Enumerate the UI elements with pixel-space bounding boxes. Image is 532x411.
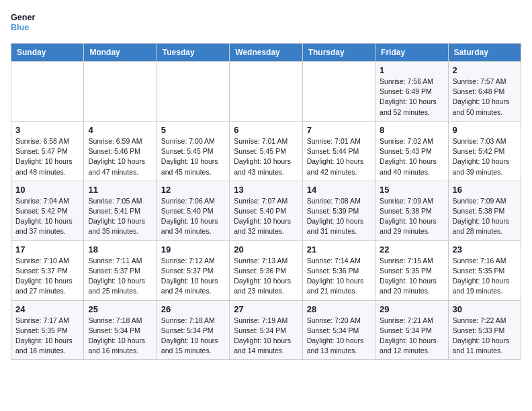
day-info: Sunrise: 7:01 AM Sunset: 5:44 PM Dayligh… bbox=[307, 136, 371, 177]
day-info: Sunrise: 7:57 AM Sunset: 6:48 PM Dayligh… bbox=[453, 77, 517, 118]
calendar-cell: 17Sunrise: 7:10 AM Sunset: 5:37 PM Dayli… bbox=[11, 240, 84, 300]
calendar-cell bbox=[157, 62, 229, 122]
day-info: Sunrise: 7:19 AM Sunset: 5:34 PM Dayligh… bbox=[234, 316, 298, 357]
calendar-cell: 15Sunrise: 7:09 AM Sunset: 5:38 PM Dayli… bbox=[375, 181, 448, 240]
day-info: Sunrise: 7:18 AM Sunset: 5:34 PM Dayligh… bbox=[88, 316, 152, 357]
day-number: 4 bbox=[88, 125, 152, 135]
calendar-cell: 18Sunrise: 7:11 AM Sunset: 5:37 PM Dayli… bbox=[84, 240, 157, 300]
day-info: Sunrise: 7:11 AM Sunset: 5:37 PM Dayligh… bbox=[88, 256, 152, 297]
day-number: 14 bbox=[307, 185, 371, 195]
calendar-cell: 12Sunrise: 7:06 AM Sunset: 5:40 PM Dayli… bbox=[157, 181, 229, 240]
calendar-cell: 28Sunrise: 7:20 AM Sunset: 5:34 PM Dayli… bbox=[302, 300, 375, 360]
day-info: Sunrise: 7:20 AM Sunset: 5:34 PM Dayligh… bbox=[307, 316, 371, 357]
calendar-week-row: 10Sunrise: 7:04 AM Sunset: 5:42 PM Dayli… bbox=[11, 181, 521, 240]
calendar-cell: 16Sunrise: 7:09 AM Sunset: 5:38 PM Dayli… bbox=[448, 181, 521, 240]
day-number: 29 bbox=[380, 304, 443, 314]
day-info: Sunrise: 7:17 AM Sunset: 5:35 PM Dayligh… bbox=[15, 316, 79, 357]
calendar-cell: 19Sunrise: 7:12 AM Sunset: 5:37 PM Dayli… bbox=[157, 240, 229, 300]
day-info: Sunrise: 7:56 AM Sunset: 6:49 PM Dayligh… bbox=[380, 77, 443, 118]
calendar-week-row: 17Sunrise: 7:10 AM Sunset: 5:37 PM Dayli… bbox=[11, 240, 521, 300]
calendar-cell: 23Sunrise: 7:16 AM Sunset: 5:35 PM Dayli… bbox=[448, 240, 521, 300]
day-number: 20 bbox=[234, 244, 298, 255]
weekday-header-sunday: Sunday bbox=[11, 44, 84, 62]
day-number: 12 bbox=[161, 185, 225, 195]
day-info: Sunrise: 7:14 AM Sunset: 5:36 PM Dayligh… bbox=[307, 256, 371, 297]
calendar-cell: 5Sunrise: 7:00 AM Sunset: 5:45 PM Daylig… bbox=[157, 121, 229, 181]
day-number: 15 bbox=[380, 185, 443, 195]
logo: GeneralBlue bbox=[11, 11, 35, 35]
day-info: Sunrise: 7:12 AM Sunset: 5:37 PM Dayligh… bbox=[161, 256, 225, 297]
calendar-cell: 9Sunrise: 7:03 AM Sunset: 5:42 PM Daylig… bbox=[448, 121, 521, 181]
day-info: Sunrise: 7:08 AM Sunset: 5:39 PM Dayligh… bbox=[307, 196, 371, 237]
day-number: 27 bbox=[234, 304, 298, 314]
day-info: Sunrise: 7:01 AM Sunset: 5:45 PM Dayligh… bbox=[234, 136, 298, 177]
day-info: Sunrise: 7:15 AM Sunset: 5:35 PM Dayligh… bbox=[380, 256, 443, 297]
calendar-cell: 14Sunrise: 7:08 AM Sunset: 5:39 PM Dayli… bbox=[302, 181, 375, 240]
calendar-cell bbox=[11, 62, 84, 122]
weekday-header-row: SundayMondayTuesdayWednesdayThursdayFrid… bbox=[11, 44, 521, 62]
day-info: Sunrise: 7:07 AM Sunset: 5:40 PM Dayligh… bbox=[234, 196, 298, 237]
day-number: 30 bbox=[453, 304, 517, 314]
day-number: 13 bbox=[234, 185, 298, 195]
weekday-header-thursday: Thursday bbox=[302, 44, 375, 62]
day-info: Sunrise: 7:16 AM Sunset: 5:35 PM Dayligh… bbox=[453, 256, 517, 297]
day-info: Sunrise: 7:13 AM Sunset: 5:36 PM Dayligh… bbox=[234, 256, 298, 297]
day-number: 17 bbox=[15, 244, 79, 255]
weekday-header-saturday: Saturday bbox=[448, 44, 521, 62]
day-info: Sunrise: 6:59 AM Sunset: 5:46 PM Dayligh… bbox=[88, 136, 152, 177]
svg-text:General: General bbox=[11, 13, 35, 22]
page-header: GeneralBlue bbox=[11, 11, 521, 35]
calendar-cell: 29Sunrise: 7:21 AM Sunset: 5:34 PM Dayli… bbox=[375, 300, 448, 360]
day-number: 8 bbox=[380, 125, 443, 135]
calendar-cell: 11Sunrise: 7:05 AM Sunset: 5:41 PM Dayli… bbox=[84, 181, 157, 240]
calendar-cell: 8Sunrise: 7:02 AM Sunset: 5:43 PM Daylig… bbox=[375, 121, 448, 181]
calendar-cell: 21Sunrise: 7:14 AM Sunset: 5:36 PM Dayli… bbox=[302, 240, 375, 300]
calendar-cell: 6Sunrise: 7:01 AM Sunset: 5:45 PM Daylig… bbox=[230, 121, 302, 181]
day-number: 10 bbox=[15, 185, 79, 195]
day-info: Sunrise: 7:02 AM Sunset: 5:43 PM Dayligh… bbox=[380, 136, 443, 177]
day-info: Sunrise: 7:10 AM Sunset: 5:37 PM Dayligh… bbox=[15, 256, 79, 297]
calendar-cell: 2Sunrise: 7:57 AM Sunset: 6:48 PM Daylig… bbox=[448, 62, 521, 122]
day-number: 18 bbox=[88, 244, 152, 255]
weekday-header-friday: Friday bbox=[375, 44, 448, 62]
day-number: 9 bbox=[453, 125, 517, 135]
calendar-cell bbox=[302, 62, 375, 122]
calendar-cell bbox=[230, 62, 302, 122]
calendar-cell: 25Sunrise: 7:18 AM Sunset: 5:34 PM Dayli… bbox=[84, 300, 157, 360]
calendar-week-row: 3Sunrise: 6:58 AM Sunset: 5:47 PM Daylig… bbox=[11, 121, 521, 181]
calendar-cell: 3Sunrise: 6:58 AM Sunset: 5:47 PM Daylig… bbox=[11, 121, 84, 181]
day-info: Sunrise: 7:03 AM Sunset: 5:42 PM Dayligh… bbox=[453, 136, 517, 177]
day-number: 22 bbox=[380, 244, 443, 255]
calendar-cell: 26Sunrise: 7:18 AM Sunset: 5:34 PM Dayli… bbox=[157, 300, 229, 360]
calendar-cell: 7Sunrise: 7:01 AM Sunset: 5:44 PM Daylig… bbox=[302, 121, 375, 181]
day-number: 25 bbox=[88, 304, 152, 314]
day-number: 6 bbox=[234, 125, 298, 135]
day-info: Sunrise: 7:09 AM Sunset: 5:38 PM Dayligh… bbox=[380, 196, 443, 237]
svg-text:Blue: Blue bbox=[11, 23, 29, 32]
day-info: Sunrise: 7:06 AM Sunset: 5:40 PM Dayligh… bbox=[161, 196, 225, 237]
day-info: Sunrise: 7:00 AM Sunset: 5:45 PM Dayligh… bbox=[161, 136, 225, 177]
logo-icon: GeneralBlue bbox=[11, 11, 35, 35]
calendar-cell: 22Sunrise: 7:15 AM Sunset: 5:35 PM Dayli… bbox=[375, 240, 448, 300]
weekday-header-tuesday: Tuesday bbox=[157, 44, 229, 62]
calendar-cell: 20Sunrise: 7:13 AM Sunset: 5:36 PM Dayli… bbox=[230, 240, 302, 300]
day-number: 19 bbox=[161, 244, 225, 255]
day-number: 28 bbox=[307, 304, 371, 314]
day-number: 11 bbox=[88, 185, 152, 195]
calendar-table: SundayMondayTuesdayWednesdayThursdayFrid… bbox=[11, 43, 521, 360]
day-number: 24 bbox=[15, 304, 79, 314]
day-number: 23 bbox=[453, 244, 517, 255]
day-info: Sunrise: 7:18 AM Sunset: 5:34 PM Dayligh… bbox=[161, 316, 225, 357]
day-info: Sunrise: 7:04 AM Sunset: 5:42 PM Dayligh… bbox=[15, 196, 79, 237]
calendar-cell: 30Sunrise: 7:22 AM Sunset: 5:33 PM Dayli… bbox=[448, 300, 521, 360]
calendar-cell: 4Sunrise: 6:59 AM Sunset: 5:46 PM Daylig… bbox=[84, 121, 157, 181]
calendar-week-row: 24Sunrise: 7:17 AM Sunset: 5:35 PM Dayli… bbox=[11, 300, 521, 360]
day-number: 2 bbox=[453, 65, 517, 75]
weekday-header-monday: Monday bbox=[84, 44, 157, 62]
day-number: 3 bbox=[15, 125, 79, 135]
day-number: 16 bbox=[453, 185, 517, 195]
day-info: Sunrise: 6:58 AM Sunset: 5:47 PM Dayligh… bbox=[15, 136, 79, 177]
day-number: 26 bbox=[161, 304, 225, 314]
calendar-cell: 24Sunrise: 7:17 AM Sunset: 5:35 PM Dayli… bbox=[11, 300, 84, 360]
day-number: 7 bbox=[307, 125, 371, 135]
